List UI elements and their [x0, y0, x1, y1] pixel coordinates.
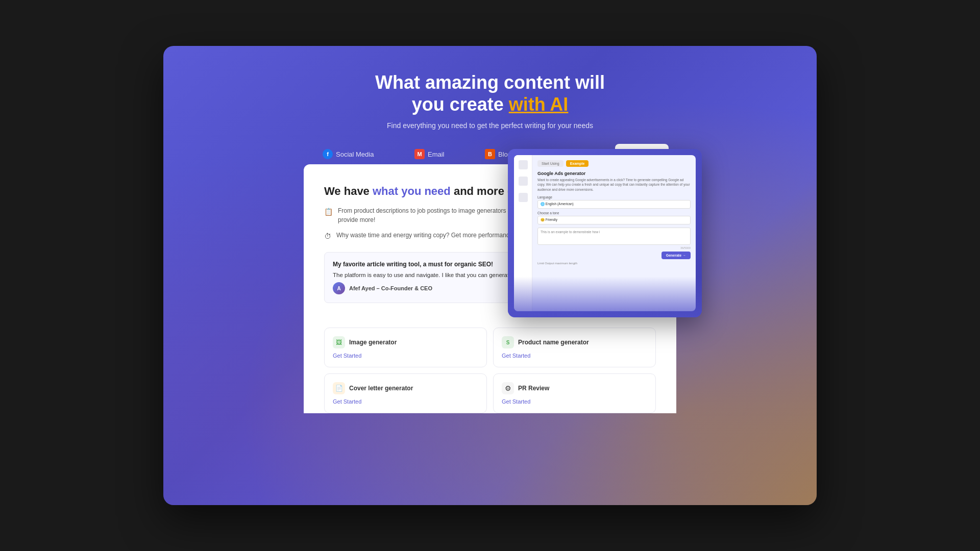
tab-email[interactable]: M Email — [403, 144, 456, 164]
product-name-icon: S — [502, 336, 514, 348]
get-started-product-name[interactable]: Get Started — [502, 353, 647, 359]
tool-card-pr-review: ⚙ PR Review Get Started — [493, 373, 656, 413]
panel-gradient-overlay — [508, 277, 702, 317]
author-avatar: A — [333, 282, 345, 294]
tab-social-media[interactable]: f Social Media — [311, 144, 385, 164]
testimonial-title: My favorite article writing tool, a must… — [333, 261, 493, 268]
tool-name-product: Product name generator — [518, 339, 589, 346]
app-tabs: Start Using Example — [537, 160, 691, 167]
sidebar-icon-3 — [519, 193, 528, 202]
get-started-pr-review[interactable]: Get Started — [502, 398, 647, 405]
tool-card-header-1: 🖼 Image generator — [333, 336, 478, 348]
tool-card-image-gen: 🖼 Image generator Get Started — [324, 328, 487, 367]
main-card-container: We have what you need and more coming so… — [304, 164, 676, 413]
screen-wrapper: What amazing content will you create wit… — [163, 46, 817, 505]
author-name: Afef Ayed – Co-Founder & CEO — [349, 285, 432, 291]
main-content: What amazing content will you create wit… — [163, 46, 817, 413]
app-language-select[interactable]: 🌐 English (American) — [537, 200, 691, 209]
app-tone-label: Choose a tone — [537, 211, 691, 215]
app-footer-note: Limit Output maximum length — [537, 262, 691, 265]
tool-card-product-name: S Product name generator Get Started — [493, 328, 656, 367]
tool-card-header-2: S Product name generator — [502, 336, 647, 348]
email-icon: M — [414, 149, 425, 159]
app-tool-title: Google Ads generator — [537, 171, 691, 176]
hero-heading: What amazing content will you create wit… — [375, 71, 605, 115]
app-tone-select[interactable]: 😊 Friendly — [537, 216, 691, 224]
get-started-image-gen[interactable]: Get Started — [333, 353, 478, 359]
image-gen-icon: 🖼 — [333, 336, 345, 348]
get-started-cover-letter[interactable]: Get Started — [333, 398, 478, 405]
app-preview-panel: Start Using Example Google Ads generator… — [508, 149, 702, 317]
cover-letter-icon: 📄 — [333, 382, 345, 394]
app-generate-button[interactable]: Generate → — [662, 252, 691, 259]
hero-title-block: What amazing content will you create wit… — [375, 71, 605, 115]
tool-card-header-4: ⚙ PR Review — [502, 382, 647, 394]
blog-icon: B — [485, 149, 495, 159]
app-tool-description: Want to create appealing Google advertis… — [537, 178, 691, 191]
facebook-icon: f — [323, 149, 333, 159]
pr-review-icon: ⚙ — [502, 382, 514, 394]
tool-card-header-3: 📄 Cover letter generator — [333, 382, 478, 394]
feature-icon-1: 📋 — [324, 207, 333, 217]
app-char-count: 36/5000 — [537, 246, 691, 249]
sidebar-icon-2 — [519, 177, 528, 186]
app-tab-start-using[interactable]: Start Using — [537, 160, 564, 167]
tool-name-pr-review: PR Review — [518, 385, 549, 392]
hero-subtitle: Find everything you need to get the perf… — [387, 121, 593, 130]
app-textarea[interactable]: This is an example to demonstrate how i — [537, 228, 691, 245]
tool-card-cover-letter: 📄 Cover letter generator Get Started — [324, 373, 487, 413]
feature-icon-2: ⏱ — [324, 231, 331, 242]
tool-name-cover-letter: Cover letter generator — [349, 385, 413, 392]
app-language-label: Language — [537, 195, 691, 199]
sidebar-icon-1 — [519, 160, 528, 169]
tool-name-image-gen: Image generator — [349, 339, 397, 346]
tools-grid: 🖼 Image generator Get Started S Product … — [324, 328, 656, 413]
app-tab-example[interactable]: Example — [566, 160, 589, 167]
